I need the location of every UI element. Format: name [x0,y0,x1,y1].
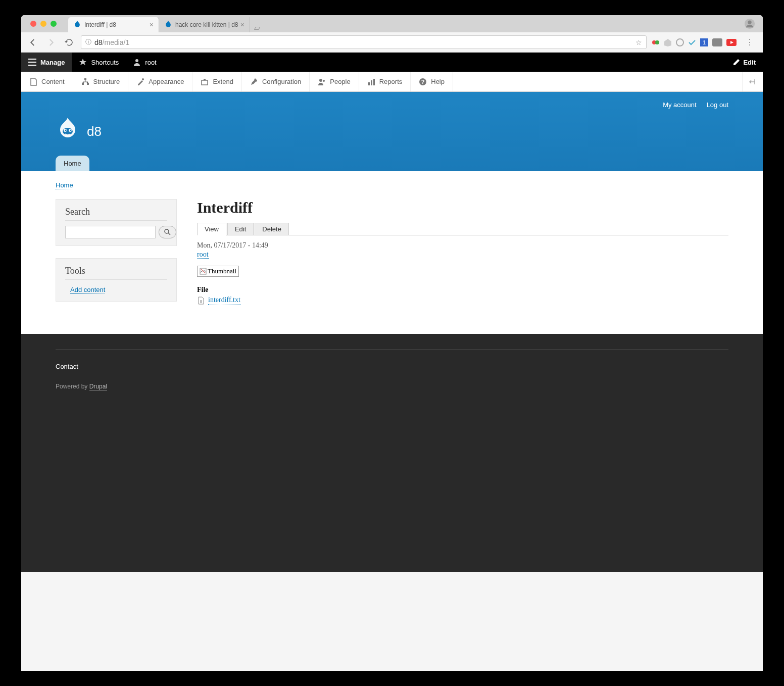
drupal-link[interactable]: Drupal [89,383,107,390]
extension-icon[interactable] [652,38,660,46]
site-header: My account Log out d8 Home [21,92,763,171]
menu-label: Extend [213,78,233,85]
drupal-admin-menu: Content Structure Appearance Extend Conf… [21,72,763,92]
breadcrumb-home-link[interactable]: Home [56,181,73,189]
search-input[interactable] [65,226,156,238]
extension-icon[interactable] [664,38,672,46]
close-tab-icon[interactable]: × [150,21,154,29]
reports-icon [367,78,375,86]
close-tab-icon[interactable]: × [240,21,244,29]
help-icon: ? [419,78,427,86]
toolbar-manage-button[interactable]: Manage [21,53,72,72]
admin-menu-configuration[interactable]: Configuration [242,72,310,91]
search-submit-button[interactable] [159,226,176,238]
toolbar-label: Edit [743,59,756,66]
hamburger-icon [28,59,36,66]
block-title: Tools [65,266,167,280]
extend-icon [201,78,209,86]
local-tasks: View Edit Delete [197,222,728,235]
toolbar-label: Manage [40,59,65,66]
toolbar-edit-button[interactable]: Edit [726,59,763,66]
admin-menu-content[interactable]: Content [21,72,73,91]
admin-menu-people[interactable]: People [310,72,359,91]
logout-link[interactable]: Log out [707,101,728,109]
submitted-date: Mon, 07/17/2017 - 14:49 [197,241,728,250]
tab-view[interactable]: View [197,223,226,235]
admin-menu-structure[interactable]: Structure [73,72,129,91]
svg-text:?: ? [421,79,425,85]
drupal-favicon-icon [164,21,172,29]
user-icon [133,58,141,66]
svg-point-17 [323,80,325,82]
file-icon [197,297,205,305]
thumbnail-alt-text: Thumbnail [208,267,236,275]
author-link[interactable]: root [197,251,209,259]
site-info-icon[interactable]: ⓘ [85,38,91,46]
browser-tab[interactable]: hack core kill kitten | d8 × [159,17,250,32]
svg-point-26 [65,130,67,131]
maximize-window-button[interactable] [51,21,57,27]
main-nav-home[interactable]: Home [56,156,89,171]
extension-icon[interactable] [712,38,722,46]
content-icon [29,78,37,86]
chrome-profile-icon[interactable] [744,18,755,29]
forward-button[interactable] [44,37,58,48]
my-account-link[interactable]: My account [663,101,696,109]
svg-rect-14 [202,80,208,85]
svg-rect-12 [87,83,89,85]
svg-point-27 [70,130,72,131]
toolbar-shortcuts-button[interactable]: Shortcuts [72,53,126,72]
svg-point-16 [319,79,322,82]
svg-point-4 [676,39,683,46]
add-content-link[interactable]: Add content [70,286,105,294]
tab-edit[interactable]: Edit [227,223,254,235]
svg-rect-20 [373,79,375,85]
extension-icon[interactable] [676,38,684,46]
menu-label: Content [41,78,65,85]
url-input[interactable]: ⓘ d8/media/1 ☆ [81,35,647,49]
toolbar-label: root [145,59,156,66]
structure-icon [81,78,89,86]
extension-icon[interactable] [688,38,696,46]
close-window-button[interactable] [30,21,36,27]
svg-rect-19 [371,80,372,85]
admin-menu-extend[interactable]: Extend [192,72,241,91]
svg-point-28 [165,229,169,233]
extension-icon[interactable] [726,39,737,46]
svg-rect-15 [204,79,206,80]
people-icon [318,78,326,86]
chrome-menu-icon[interactable]: ⋮ [742,37,758,47]
contact-link[interactable]: Contact [56,363,78,370]
svg-rect-18 [368,82,370,85]
toolbar-orientation-toggle[interactable] [742,72,763,91]
minimize-window-button[interactable] [40,21,46,27]
svg-rect-10 [84,78,86,80]
configuration-icon [250,78,258,86]
extension-icon[interactable]: 1 [700,38,708,46]
powered-by: Powered by Drupal [56,383,728,390]
admin-menu-help[interactable]: ? Help [411,72,453,91]
svg-rect-11 [82,83,84,85]
star-icon [79,58,87,66]
toolbar-label: Shortcuts [91,59,119,66]
browser-address-bar: ⓘ d8/media/1 ☆ 1 ⋮ [21,32,763,53]
tools-block: Tools Add content [56,258,177,302]
toolbar-user-button[interactable]: root [126,53,163,72]
back-button[interactable] [26,37,39,48]
browser-tab-bar: Interdiff | d8 × hack core kill kitten |… [21,15,763,32]
bookmark-star-icon[interactable]: ☆ [635,38,642,46]
drupal-logo-icon[interactable] [56,118,80,145]
file-link[interactable]: interdiff.txt [208,296,240,305]
site-name[interactable]: d8 [87,124,102,139]
admin-menu-appearance[interactable]: Appearance [128,72,192,91]
reload-button[interactable] [63,37,76,48]
extension-icons: 1 [652,38,737,46]
admin-menu-reports[interactable]: Reports [359,72,411,91]
svg-point-13 [142,78,144,80]
browser-tab-active[interactable]: Interdiff | d8 × [68,17,159,32]
url-path: /media/1 [103,38,130,46]
tab-delete[interactable]: Delete [255,223,289,235]
menu-label: Configuration [262,78,301,85]
new-tab-button[interactable]: ▱ [250,23,264,32]
svg-point-1 [748,21,751,24]
